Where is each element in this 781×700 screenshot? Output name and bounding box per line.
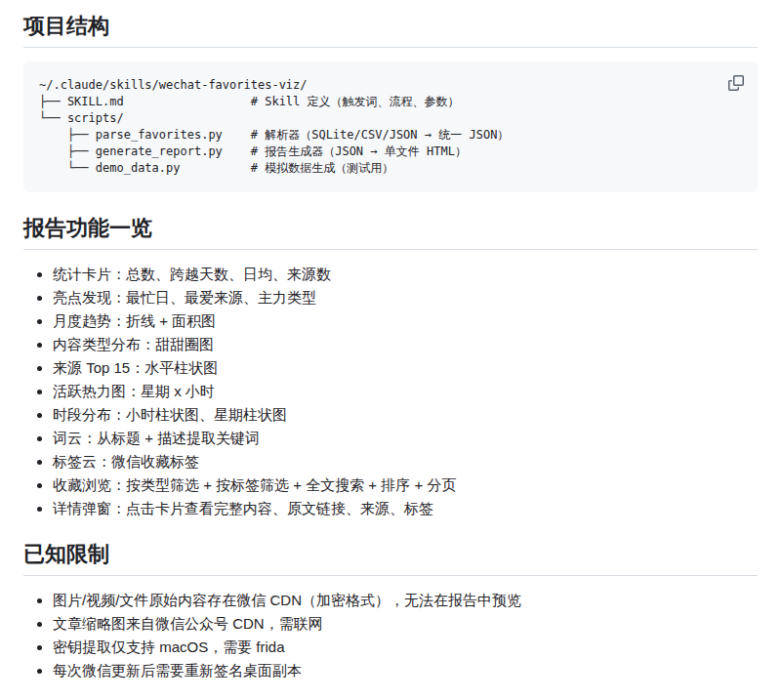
list-item: 标签云：微信收藏标签 [53,451,758,472]
list-item: 图片/视频/文件原始内容存在微信 CDN（加密格式），无法在报告中预览 [53,590,758,610]
list-item: 词云：从标题 + 描述提取关键词 [53,428,758,448]
list-item: 收藏浏览：按类型筛选 + 按标签筛选 + 全文搜索 + 排序 + 分页 [53,474,758,495]
copy-icon [728,75,744,91]
list-item: 详情弹窗：点击卡片查看完整内容、原文链接、来源、标签 [53,498,758,518]
code-block-project-tree: ~/.claude/skills/wechat-favorites-viz/ ├… [23,62,758,192]
section-heading-known-limitations: 已知限制 [23,542,758,576]
list-item: 每次微信更新后需要重新签名桌面副本 [53,660,758,680]
copy-code-button[interactable] [724,71,748,95]
list-item: 月度趋势：折线 + 面积图 [53,310,758,331]
code-block-container: ~/.claude/skills/wechat-favorites-viz/ ├… [23,62,758,192]
list-item: 亮点发现：最忙日、最爱来源、主力类型 [53,287,758,308]
list-item: 密钥提取仅支持 macOS，需要 frida [53,637,758,657]
list-item: 统计卡片：总数、跨越天数、日均、来源数 [53,264,758,284]
section-heading-project-structure: 项目结构 [23,14,758,48]
markdown-document: 项目结构 ~/.claude/skills/wechat-favorites-v… [0,0,781,680]
section-heading-report-features: 报告功能一览 [23,216,758,250]
list-item: 文章缩略图来自微信公众号 CDN，需联网 [53,613,758,634]
list-item: 来源 Top 15：水平柱状图 [53,357,758,378]
list-item: 时段分布：小时柱状图、星期柱状图 [53,404,758,425]
feature-list: 统计卡片：总数、跨越天数、日均、来源数 亮点发现：最忙日、最爱来源、主力类型 月… [23,264,758,518]
limitations-list: 图片/视频/文件原始内容存在微信 CDN（加密格式），无法在报告中预览 文章缩略… [23,590,758,680]
list-item: 活跃热力图：星期 x 小时 [53,381,758,401]
list-item: 内容类型分布：甜甜圈图 [53,334,758,354]
